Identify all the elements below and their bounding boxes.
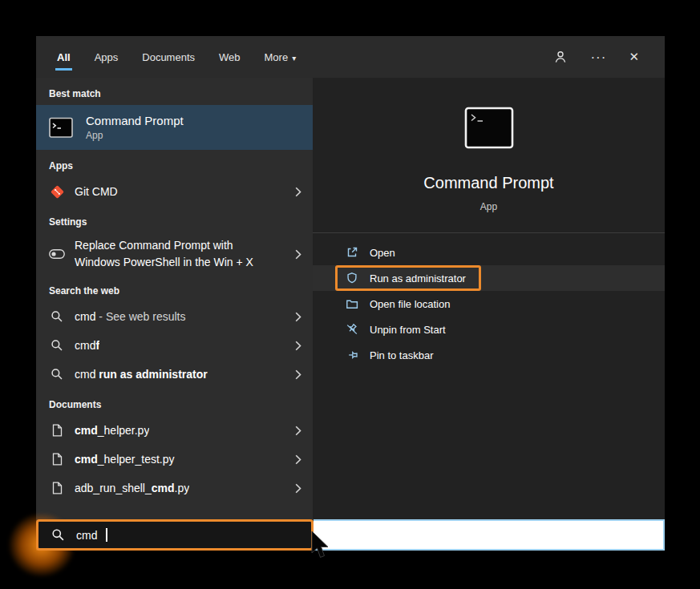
- search-icon: [47, 339, 67, 352]
- close-icon[interactable]: ✕: [629, 50, 639, 64]
- taskbar-search-box[interactable]: cmd: [36, 519, 314, 551]
- search-flyout-window: All Apps Documents Web More▾: [36, 36, 665, 551]
- search-icon: [48, 528, 67, 542]
- chevron-right-icon[interactable]: [289, 483, 301, 494]
- label-run-bold: cmd: [75, 453, 98, 466]
- action-label: Pin to taskbar: [370, 349, 434, 361]
- tab-documents-label: Documents: [142, 51, 195, 63]
- open-icon: [345, 246, 358, 259]
- chevron-right-icon[interactable]: [289, 426, 301, 436]
- label-run-bold: f: [95, 339, 99, 352]
- result-label: Git CMD: [75, 185, 118, 198]
- folder-icon: [345, 297, 358, 310]
- command-prompt-icon: [47, 117, 75, 139]
- label-run: cmd: [75, 339, 95, 352]
- result-label: cmd - See web results: [75, 310, 186, 323]
- result-web-cmd-see-web-results[interactable]: cmd - See web results: [36, 302, 313, 331]
- result-label: cmdf: [75, 339, 99, 352]
- chevron-down-icon: ▾: [292, 54, 296, 63]
- more-options-icon[interactable]: ···: [590, 50, 606, 64]
- action-open[interactable]: Open: [313, 240, 665, 265]
- settings-line1: Replace Command Prompt with: [75, 238, 253, 253]
- action-unpin-from-start[interactable]: Unpin from Start: [313, 317, 665, 342]
- chevron-right-icon[interactable]: [289, 369, 301, 380]
- tab-documents[interactable]: Documents: [142, 51, 195, 63]
- section-header-apps: Apps: [36, 150, 313, 177]
- chevron-right-icon[interactable]: [289, 341, 301, 351]
- action-label: Run as administrator: [370, 272, 466, 284]
- result-label: cmd_helper.py: [75, 424, 149, 437]
- screenshot-stage: All Apps Documents Web More▾: [0, 0, 700, 589]
- label-run: .py: [175, 482, 190, 494]
- preview-panel: Command Prompt App Open: [313, 78, 665, 519]
- unpin-icon: [345, 323, 358, 336]
- divider: [313, 232, 665, 233]
- tab-all-label: All: [57, 51, 71, 63]
- result-web-cmd-run-as-administrator[interactable]: cmd run as administrator: [36, 360, 313, 389]
- label-run: _helper.py: [98, 424, 150, 437]
- label-run: cmd: [75, 368, 99, 381]
- action-open-file-location[interactable]: Open file location: [313, 291, 665, 317]
- label-run: _helper_test.py: [98, 453, 175, 466]
- result-replace-command-prompt-setting[interactable]: Replace Command Prompt with Windows Powe…: [36, 233, 313, 275]
- section-header-best-match: Best match: [36, 78, 313, 105]
- action-label: Unpin from Start: [370, 324, 446, 336]
- chevron-right-icon[interactable]: [289, 187, 301, 197]
- search-box-extension[interactable]: [314, 519, 665, 551]
- label-run-bold: cmd: [152, 482, 175, 494]
- label-run: adb_run_shell_: [75, 482, 152, 494]
- section-header-settings: Settings: [36, 206, 313, 233]
- preview-title: Command Prompt: [313, 174, 665, 192]
- result-doc-cmd-helper[interactable]: cmd_helper.py: [36, 416, 313, 445]
- actions-list: Open Run as administrator: [313, 240, 665, 368]
- search-icon: [47, 310, 67, 323]
- shield-icon: [345, 272, 358, 284]
- tab-web[interactable]: Web: [219, 51, 241, 63]
- preview-subtitle: App: [313, 201, 665, 212]
- text-caret: [106, 528, 107, 542]
- action-pin-to-taskbar[interactable]: Pin to taskbar: [313, 342, 665, 368]
- section-header-search-the-web: Search the web: [36, 275, 313, 302]
- tab-bar: All Apps Documents Web More▾: [36, 36, 665, 78]
- tabbar-actions: ··· ✕: [553, 50, 644, 64]
- tab-more-label: More: [265, 51, 289, 63]
- annotation-box-run-as-admin: Run as administrator: [335, 265, 481, 291]
- action-run-as-administrator[interactable]: Run as administrator: [313, 265, 665, 291]
- chevron-right-icon[interactable]: [289, 454, 301, 465]
- result-web-cmdf[interactable]: cmdf: [36, 331, 313, 360]
- action-label: Open file location: [370, 298, 450, 310]
- settings-result-text: Replace Command Prompt with Windows Powe…: [75, 238, 253, 270]
- git-icon: [47, 184, 67, 200]
- tab-web-label: Web: [219, 51, 241, 63]
- result-doc-cmd-helper-test[interactable]: cmd_helper_test.py: [36, 445, 313, 474]
- command-prompt-icon-large: [464, 107, 514, 152]
- label-run-bold: run as administrator: [99, 368, 207, 381]
- tab-all[interactable]: All: [57, 51, 71, 63]
- search-icon: [47, 368, 67, 381]
- document-icon: [47, 482, 67, 494]
- results-panel: Best match Command Prompt App Apps: [36, 78, 313, 519]
- document-icon: [47, 453, 67, 466]
- search-query: cmd: [76, 529, 97, 542]
- action-label: Open: [370, 247, 395, 259]
- label-run-bold: cmd: [75, 424, 98, 437]
- pin-icon: [345, 349, 358, 361]
- best-match-subtitle: App: [86, 130, 184, 141]
- result-doc-adb-run-shell-cmd[interactable]: adb_run_shell_cmd.py: [36, 474, 313, 502]
- best-match-text: Command Prompt App: [86, 114, 184, 141]
- result-label: cmd_helper_test.py: [75, 453, 175, 466]
- label-run: - See web results: [95, 310, 185, 323]
- account-icon[interactable]: [553, 50, 568, 64]
- result-git-cmd[interactable]: Git CMD: [36, 177, 313, 206]
- document-icon: [47, 424, 67, 437]
- result-label: cmd run as administrator: [75, 368, 208, 381]
- result-best-match-command-prompt[interactable]: Command Prompt App: [36, 105, 313, 150]
- chevron-right-icon[interactable]: [289, 312, 301, 322]
- chevron-right-icon[interactable]: [289, 249, 301, 260]
- tab-apps-label: Apps: [95, 51, 119, 63]
- tab-apps[interactable]: Apps: [95, 51, 119, 63]
- result-label: adb_run_shell_cmd.py: [75, 482, 189, 494]
- tab-more[interactable]: More▾: [265, 51, 297, 63]
- best-match-title: Command Prompt: [86, 114, 184, 127]
- section-header-documents: Documents: [36, 389, 313, 416]
